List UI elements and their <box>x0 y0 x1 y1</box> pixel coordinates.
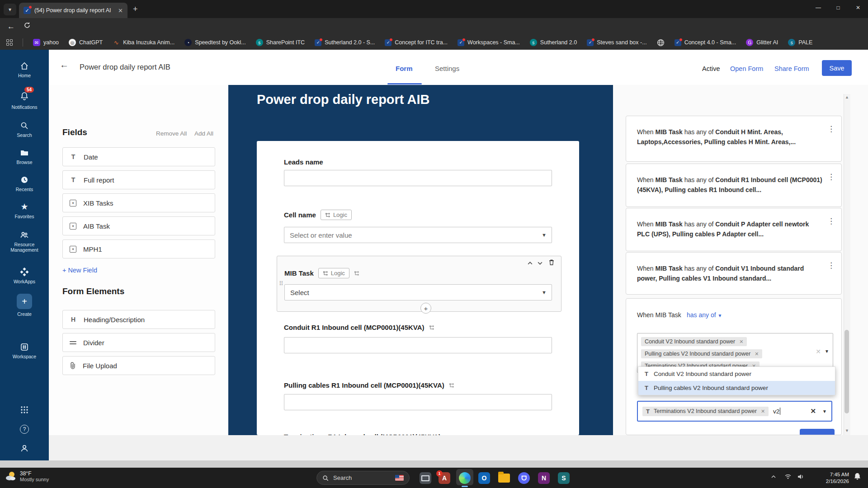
app-launcher[interactable] <box>0 406 49 414</box>
scrollbar-thumb[interactable] <box>844 330 849 413</box>
new-tab-button[interactable]: + <box>133 5 138 14</box>
chevron-down-icon[interactable]: ▼ <box>822 409 827 414</box>
logic-chip[interactable]: Logic <box>318 268 349 278</box>
remove-chip-icon[interactable]: ✕ <box>761 408 765 414</box>
bookmark-yahoo[interactable]: ✉yahoo <box>33 39 59 46</box>
save-button[interactable]: Save <box>822 60 852 76</box>
back-arrow-icon[interactable]: ← <box>60 60 69 70</box>
leads-name-input[interactable] <box>284 170 552 186</box>
tab-actions-button[interactable]: ▾ <box>4 4 16 15</box>
bookmark-chatgpt[interactable]: ◎ChatGPT <box>69 39 103 46</box>
scroll-down-icon[interactable]: ▼ <box>845 428 849 433</box>
edge-icon[interactable] <box>457 470 473 486</box>
bookmark-sutherland-20-s[interactable]: ✓Sutherland 2.0 - S... <box>315 39 375 46</box>
sidebar-item-workapps[interactable]: WorkApps <box>0 267 49 284</box>
apps-grid-icon[interactable] <box>6 39 13 46</box>
sidebar-item-home[interactable]: Home <box>0 61 49 78</box>
field-item-full-report[interactable]: TFull report <box>62 170 215 189</box>
move-up-icon[interactable] <box>527 260 533 268</box>
browser-tab[interactable]: ✓ (54) Power drop daily report AIB - S ✕ <box>19 3 127 18</box>
editor-primary-button[interactable] <box>800 429 835 435</box>
logic-chip[interactable]: Logic <box>321 210 352 220</box>
tab-settings[interactable]: Settings <box>435 65 459 72</box>
teams-icon[interactable]: S <box>556 470 572 486</box>
chevron-down-icon[interactable]: ▼ <box>825 349 829 354</box>
sidebar-item-browse[interactable]: Browse <box>0 148 49 165</box>
tab-form[interactable]: Form <box>396 65 413 72</box>
bookmark-speedtest[interactable]: ◔Speedtest by Ookl... <box>184 39 246 46</box>
logic-rule-card-2[interactable]: When MIB Task has any of Conduit R1 Inbo… <box>626 164 842 207</box>
open-form-link[interactable]: Open Form <box>730 65 763 72</box>
sidebar-item-notifications[interactable]: 54 Notifications <box>0 91 49 110</box>
share-form-link[interactable]: Share Form <box>774 65 809 72</box>
bookmark-sutherland-20[interactable]: sSutherland 2.0 <box>530 39 577 46</box>
sidebar-item-resource-management[interactable]: Resource Management <box>0 230 49 253</box>
minimize-button[interactable]: — <box>808 0 828 15</box>
network-icon[interactable] <box>785 473 791 481</box>
add-element-button[interactable]: + <box>420 303 431 314</box>
remove-all-link[interactable]: Remove All <box>156 130 187 137</box>
logic-rule-card-1[interactable]: When MIB Task has any of Conduit H Mint.… <box>626 116 842 162</box>
sidebar-item-create[interactable]: + Create <box>0 294 49 317</box>
field-item-xib-tasks[interactable]: ▾XIB Tasks <box>62 193 215 212</box>
bookmark-concept-40[interactable]: ✓Concept 4.0 - Sma... <box>675 39 736 46</box>
mib-task-block[interactable]: ⠿ MIB Task Logic <box>277 256 561 312</box>
kebab-menu-icon[interactable]: ⋮ <box>827 172 835 182</box>
notification-bell-icon[interactable]: z <box>854 472 861 482</box>
field-item-aib-task[interactable]: ▾AIB Task <box>62 216 215 235</box>
pulling-r1-input[interactable] <box>284 394 552 410</box>
bookmark-kiba[interactable]: ∿Kiba Inuzuka Anim... <box>113 39 175 46</box>
volume-icon[interactable] <box>797 473 804 481</box>
clear-icon[interactable]: ✕ <box>816 348 821 355</box>
sidebar-item-recents[interactable]: Recents <box>0 175 49 192</box>
clear-icon[interactable]: ✕ <box>811 407 816 415</box>
maximize-button[interactable]: □ <box>828 0 848 15</box>
sidebar-item-search[interactable]: Search <box>0 121 49 138</box>
close-button[interactable]: ✕ <box>848 0 868 15</box>
tray-expand-icon[interactable] <box>771 473 776 481</box>
element-divider[interactable]: Divider <box>62 333 215 352</box>
taskbar-clock[interactable]: 7:45 AM 2/16/2026 <box>813 471 849 485</box>
tab-close-icon[interactable]: ✕ <box>118 7 123 14</box>
dropdown-option-highlighted[interactable]: T Pulling cables V2 Inbound standard pow… <box>638 381 835 395</box>
logic-rule-card-3[interactable]: When MIB Task has any of Conduit P Adapt… <box>626 208 842 251</box>
help-button[interactable]: ? <box>0 425 49 434</box>
back-icon[interactable]: ← <box>7 22 15 31</box>
onenote-icon[interactable]: N <box>536 470 552 486</box>
bookmark-globe[interactable] <box>657 39 665 47</box>
element-heading[interactable]: HHeading/Description <box>62 310 215 329</box>
add-all-link[interactable]: Add All <box>194 130 213 137</box>
bookmark-steves-sandbox[interactable]: ✓Steves sand box -... <box>587 39 646 46</box>
kebab-menu-icon[interactable]: ⋮ <box>827 261 835 270</box>
device-app-icon[interactable] <box>417 470 434 486</box>
alert-app-icon[interactable]: A1 <box>436 470 453 486</box>
conduit-r1-input[interactable] <box>284 337 552 353</box>
field-item-mph1[interactable]: ▾MPH1 <box>62 239 215 258</box>
cell-name-select[interactable]: Select or enter value▼ <box>284 227 552 243</box>
mib-task-select[interactable]: Select▼ <box>284 284 552 300</box>
logic-rule-card-4[interactable]: When MIB Task has any of Conduit V1 Inbo… <box>626 252 842 295</box>
taskbar-search[interactable]: Search <box>316 471 410 485</box>
bookmark-workspaces[interactable]: ✓Workspaces - Sma... <box>458 39 520 46</box>
outlook-icon[interactable]: O <box>476 470 492 486</box>
bookmark-sharepoint-itc[interactable]: sSharePoint ITC <box>256 39 305 46</box>
weather-widget[interactable]: 38°F Mostly sunny <box>5 470 49 482</box>
remove-chip-icon[interactable]: ✕ <box>755 351 759 357</box>
kebab-menu-icon[interactable]: ⋮ <box>827 216 835 226</box>
scroll-up-icon[interactable]: ▲ <box>845 95 849 99</box>
element-file-upload[interactable]: File Upload <box>62 356 215 375</box>
remove-chip-icon[interactable]: ✕ <box>739 339 743 345</box>
trash-icon[interactable] <box>548 259 555 267</box>
operator-dropdown[interactable]: has any of ▼ <box>687 311 722 319</box>
bookmark-concept-itc[interactable]: ✓Concept for ITC tra... <box>385 39 448 46</box>
value-combobox-focused[interactable]: T Terminations V2 Inbound standard power… <box>637 401 832 422</box>
refresh-icon[interactable] <box>24 22 31 31</box>
file-explorer-icon[interactable] <box>496 470 512 486</box>
new-field-link[interactable]: + New Field <box>62 267 97 274</box>
sidebar-item-favorites[interactable]: ★ Favorites <box>0 202 49 219</box>
move-down-icon[interactable] <box>537 260 543 268</box>
dropdown-option[interactable]: T Conduit V2 Inbound standard power <box>638 367 835 381</box>
drag-handle-icon[interactable]: ⠿ <box>279 280 283 287</box>
bookmark-glitter-ai[interactable]: GGlitter AI <box>746 39 778 46</box>
discord-icon[interactable]: ᗜ <box>516 470 532 486</box>
